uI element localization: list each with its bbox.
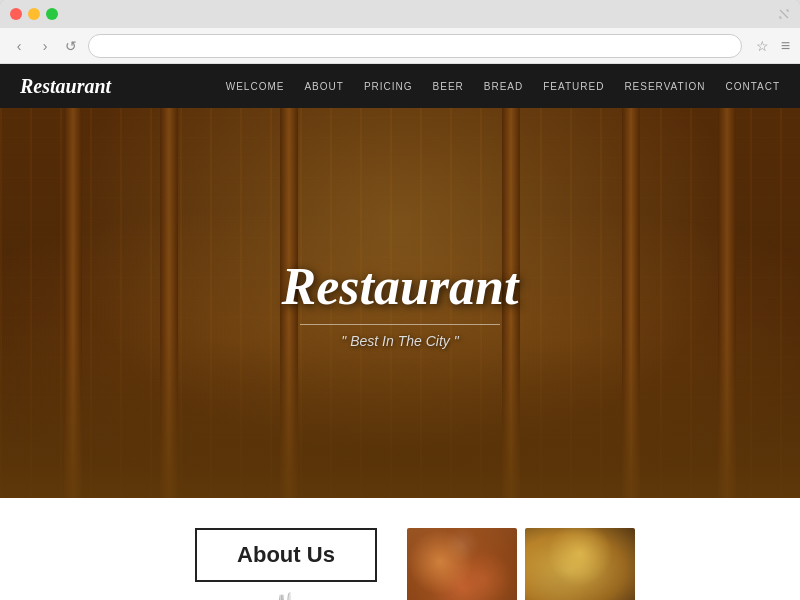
minimize-button[interactable] [28, 8, 40, 20]
back-button[interactable]: ‹ [10, 37, 28, 55]
website-content: Restaurant WELCOME ABOUT PRICING BEER BR… [0, 64, 800, 600]
nav-reservation[interactable]: RESERVATION [624, 81, 705, 92]
refresh-button[interactable]: ↺ [62, 37, 80, 55]
browser-title-bar [0, 0, 800, 28]
navigation-bar: Restaurant WELCOME ABOUT PRICING BEER BR… [0, 64, 800, 108]
menu-icon[interactable]: ≡ [781, 37, 790, 55]
address-bar[interactable] [88, 34, 742, 58]
food-image-2 [525, 528, 635, 600]
nav-welcome[interactable]: WELCOME [226, 81, 285, 92]
about-box: About Us [195, 528, 377, 582]
below-fold-section: About Us 🍴 [0, 498, 800, 600]
nav-featured[interactable]: FEATURED [543, 81, 604, 92]
nav-bread[interactable]: BREAD [484, 81, 523, 92]
bookmark-icon[interactable]: ☆ [756, 38, 769, 54]
brand-logo[interactable]: Restaurant [20, 75, 226, 98]
nav-links: WELCOME ABOUT PRICING BEER BREAD FEATURE… [226, 81, 780, 92]
forward-button[interactable]: › [36, 37, 54, 55]
nav-contact[interactable]: CONTACT [725, 81, 780, 92]
food-image-1 [407, 528, 517, 600]
browser-toolbar: ‹ › ↺ ☆ ≡ [0, 28, 800, 64]
hero-section: Restaurant " Best In The City " [0, 108, 800, 498]
utensils-icon: 🍴 [272, 592, 299, 600]
about-section: About Us 🍴 [165, 528, 407, 600]
hero-subtitle: " Best In The City " [341, 333, 458, 349]
maximize-button[interactable] [46, 8, 58, 20]
nav-beer[interactable]: BEER [433, 81, 464, 92]
hero-overlay: Restaurant " Best In The City " [0, 108, 800, 498]
browser-window: ‹ › ↺ ☆ ≡ Restaurant WELCOME ABOUT PRICI… [0, 0, 800, 600]
nav-pricing[interactable]: PRICING [364, 81, 413, 92]
about-title: About Us [237, 542, 335, 568]
close-button[interactable] [10, 8, 22, 20]
nav-about[interactable]: ABOUT [304, 81, 343, 92]
hero-divider [300, 324, 500, 325]
expand-icon [778, 8, 790, 20]
hero-title: Restaurant [282, 257, 519, 316]
food-images [407, 528, 635, 600]
